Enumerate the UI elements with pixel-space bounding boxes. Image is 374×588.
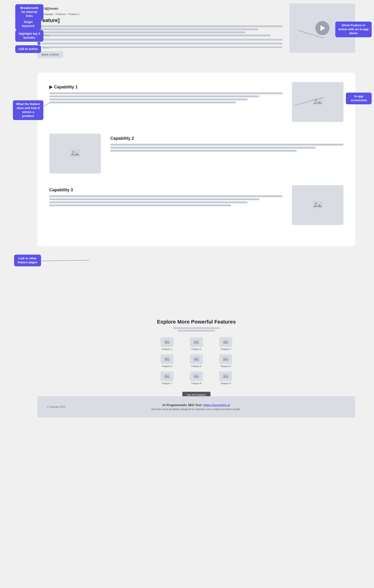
breadcrumb: ▶ Homepage › Features › Feature 1	[38, 12, 283, 15]
svg-rect-11	[223, 340, 229, 344]
feature-card-label-5: Feature 5	[191, 365, 202, 368]
feature-card-label-6: Feature 6	[221, 365, 231, 368]
svg-rect-9	[194, 340, 199, 344]
feature-card-label-2: Feature 2	[191, 348, 202, 350]
image-placeholder-icon-2	[70, 148, 80, 159]
feature-card-4[interactable]: Feature 4	[154, 354, 180, 368]
svg-rect-23	[223, 374, 229, 378]
capability-1-image	[292, 82, 343, 122]
feature-card-img-7	[161, 371, 174, 381]
target-keyword-bubble: Target keyword	[15, 18, 41, 30]
in-app-screenshot-bubble: In-app screenshot	[346, 93, 372, 104]
cap1-line4	[49, 102, 236, 103]
cap3-line1	[49, 195, 283, 197]
benefit-text-2	[42, 43, 283, 44]
svg-point-6	[315, 203, 317, 204]
feature-card-label-8: Feature 8	[191, 382, 202, 385]
play-icon[interactable]	[315, 21, 330, 35]
feature-card-label-7: Feature 7	[162, 382, 172, 385]
capability-1-text: ▶Capability 1	[49, 82, 283, 105]
text-line-1	[38, 25, 283, 27]
feature-card-7[interactable]: Feature 7	[154, 371, 180, 385]
svg-rect-19	[164, 374, 170, 378]
hero-section: SEOmatic ▶ Homepage › Features › Feature…	[38, 3, 355, 58]
cap2-line1	[110, 144, 343, 146]
cap3-line2	[49, 198, 259, 200]
cap3-line4	[49, 204, 231, 206]
feature-card-2[interactable]: Feature 2	[184, 337, 209, 350]
feature-card-img-8	[190, 371, 203, 381]
feature-card-label-4: Feature 4	[162, 365, 172, 368]
feature-card-img-5	[190, 354, 203, 364]
breadcrumb-feature1[interactable]: Feature 1	[68, 13, 79, 15]
benefits-checklist	[38, 38, 283, 49]
text-line-2	[38, 28, 258, 30]
explore-title: Explore More Powerful Features	[42, 319, 351, 325]
highlight-benefits-bubble: Highlight top 3 benefits	[15, 30, 44, 42]
feature-grid: Feature 1 Feature 2 Feature 3 Feature 4	[154, 337, 239, 385]
benefit-1	[38, 38, 283, 41]
svg-rect-17	[223, 357, 229, 361]
show-feature-bubble: Show Feature in action with an in-app de…	[335, 21, 372, 37]
capability-2-image	[49, 134, 101, 173]
footer-tagline: Discover more templates designed to empo…	[152, 408, 241, 410]
capability-3-text: Capability 3	[49, 185, 283, 208]
feature-card-1[interactable]: Feature 1	[154, 337, 180, 350]
text-line-4	[38, 34, 270, 36]
svg-rect-5	[313, 201, 322, 209]
footer: © Copyright 2024 #1 Programmatic SEO Too…	[38, 396, 355, 418]
hero-description	[38, 25, 283, 36]
capability-3-title: Capability 3	[49, 188, 283, 192]
footer-link[interactable]: https://seomatic.ai	[203, 403, 230, 407]
book-demo-button[interactable]: Book a Demo	[38, 51, 63, 58]
feature-card-img-3	[219, 337, 232, 347]
image-placeholder-icon-1	[313, 96, 323, 108]
explore-section: Explore More Powerful Features Feature 1…	[38, 309, 355, 407]
feature-card-img-1	[161, 337, 174, 347]
benefit-text-1	[42, 39, 283, 41]
breadcrumb-bubble: Breadcrumb for internal links	[15, 4, 44, 20]
logo-text: SEOmatic	[44, 7, 58, 10]
link-to-other-bubble: Link to other feature pages	[14, 255, 41, 266]
text-line-3	[38, 32, 246, 33]
svg-rect-13	[164, 357, 170, 361]
feature-card-9[interactable]: Feature 9	[213, 371, 239, 385]
capabilities-section: ▶Capability 1 Capability 2	[38, 73, 355, 246]
feature-card-label-1: Feature 1	[162, 348, 172, 350]
feature-card-5[interactable]: Feature 5	[184, 354, 209, 368]
footer-center: #1 Programmatic SEO Tool: https://seomat…	[152, 403, 241, 410]
explore-subtitle-1	[173, 327, 220, 329]
cap1-line2	[49, 95, 259, 97]
hero-content: SEOmatic ▶ Homepage › Features › Feature…	[38, 3, 283, 58]
benefit-text-3	[42, 46, 283, 48]
feature-card-3[interactable]: Feature 3	[213, 337, 239, 350]
svg-rect-21	[194, 374, 199, 378]
benefit-2	[38, 42, 283, 45]
cap2-line2	[110, 147, 316, 149]
capability-3-image	[292, 185, 343, 225]
feature-card-label-3: Feature 3	[221, 348, 231, 350]
svg-line-32	[42, 260, 89, 261]
breadcrumb-features[interactable]: Features	[55, 13, 66, 15]
hero-title: [Feature]	[38, 17, 283, 23]
capability-1-row: ▶Capability 1	[49, 82, 343, 122]
feature-card-6[interactable]: Feature 6	[213, 354, 239, 368]
svg-point-4	[73, 151, 74, 153]
cap2-line3	[110, 150, 297, 152]
call-to-action-bubble: Call to action	[15, 45, 41, 53]
svg-rect-15	[194, 357, 199, 361]
cap1-line1	[49, 92, 283, 94]
logo: SEOmatic	[38, 6, 283, 11]
capability-1-title: ▶Capability 1	[49, 84, 283, 90]
benefit-3	[38, 46, 283, 49]
capability-3-row: Capability 3	[49, 185, 343, 225]
capability-2-row: Capability 2	[49, 134, 343, 173]
feature-card-img-2	[190, 337, 203, 347]
capability-2-title: Capability 2	[110, 136, 343, 141]
feature-card-8[interactable]: Feature 8	[184, 371, 209, 385]
feature-card-img-6	[219, 354, 232, 364]
what-feature-does-bubble: What the feature does and how it solves …	[13, 100, 44, 120]
image-placeholder-icon-3	[313, 200, 323, 211]
footer-copyright: © Copyright 2024	[47, 406, 65, 408]
cap3-line3	[49, 201, 248, 203]
